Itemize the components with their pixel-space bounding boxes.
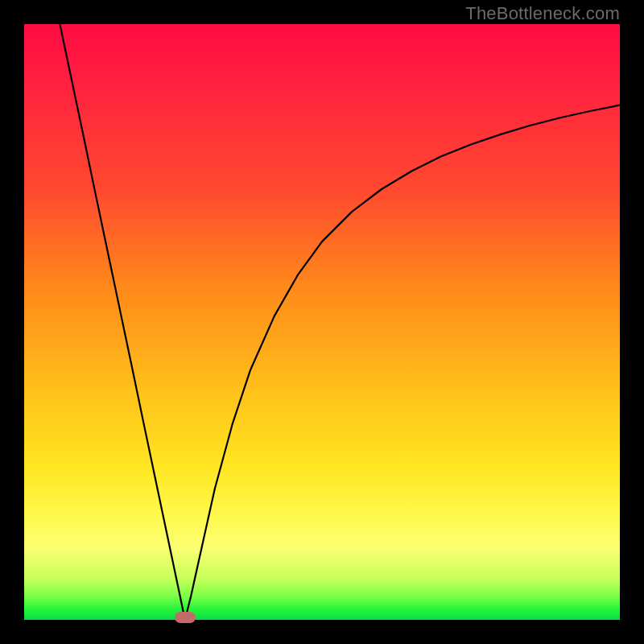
bottleneck-curve (24, 24, 620, 620)
optimum-marker (175, 612, 196, 623)
chart-frame: TheBottleneck.com (0, 0, 644, 644)
watermark-text: TheBottleneck.com (465, 3, 620, 24)
curve-path (60, 24, 620, 620)
plot-area (24, 24, 620, 620)
